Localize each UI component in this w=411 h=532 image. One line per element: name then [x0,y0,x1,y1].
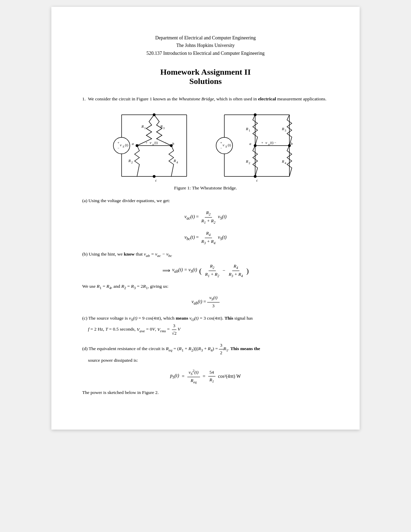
eq-vab-simplified: vab(t) = vS(t) 3 [82,294,329,310]
svg-text:(t): (t) [228,143,231,147]
svg-text:R: R [282,159,284,163]
svg-text:v: v [265,140,267,145]
svg-text:R: R [246,127,248,131]
eq-power: pS(t) = vS2(t) Req = 54 R1 cos²(4πt) W [82,368,329,385]
svg-text:2: 2 [131,161,133,164]
svg-text:+: + [220,141,222,145]
R4-left [169,146,174,176]
svg-text:b: b [172,141,174,146]
svg-text:(t): (t) [125,143,128,147]
svg-text:v: v [150,140,151,145]
eq-vbc-full: vbc(t) = R4 R3 + R4 vS(t) [82,230,329,246]
svg-text:3: 3 [285,129,286,132]
svg-text:S: S [123,145,124,148]
svg-text:(t): (t) [154,141,158,145]
svg-text:R: R [160,124,163,128]
svg-text:b: b [291,141,293,146]
figure2-ref: The power is sketched below in Figure 2. [82,390,329,395]
header-line1: Department of Electrical and Computer En… [82,34,329,42]
svg-text:S: S [225,145,227,148]
problem-1: 1. We consider the circuit in Figure 1 k… [82,96,329,395]
svg-text:v: v [223,143,224,147]
svg-point-14 [153,175,155,178]
svg-text:+: + [261,141,263,145]
eq-vac-full: vac(t) = R2 R1 + R2 vS(t) [82,209,329,225]
svg-text:−: − [117,146,119,150]
eq-vab: ⟹ vab(t) = vS(t) ( R2 R1 + R2 − R4 R3 + … [82,263,329,279]
svg-text:4: 4 [176,161,178,164]
svg-text:a: a [249,141,251,146]
svg-text:+: + [117,141,120,145]
svg-text:(t) −: (t) − [270,141,276,145]
svg-text:o: o [268,143,270,146]
svg-text:2: 2 [249,161,250,165]
part-a: (a) Using the voltage divider equations,… [82,197,329,246]
svg-text:1: 1 [144,126,146,130]
svg-text:c: c [155,178,157,182]
svg-text:R: R [141,124,144,128]
circuit-right: + − v S (t) [214,108,300,183]
header: Department of Electrical and Computer En… [82,34,329,57]
part-b: (b) Using the hint, we know that vab = v… [82,250,329,309]
title-line1: Homework Assignment II Solutions [82,67,329,86]
svg-text:+: + [146,141,148,145]
svg-text:3: 3 [163,126,165,130]
part-d: (d) The equivalent resistance of the cir… [82,342,329,385]
page: Department of Electrical and Computer En… [51,7,360,430]
header-line2: The Johns Hopkins University [82,42,329,49]
svg-text:R: R [246,159,248,163]
svg-text:a: a [132,141,134,146]
svg-text:R: R [128,159,131,163]
part-c: (c) The source voltage is vS(t) = 9 cos(… [82,314,329,337]
R2-left [135,146,139,176]
svg-text:o: o [152,143,154,146]
header-line3: 520.137 Introduction to Electrical and C… [82,50,329,57]
svg-text:c: c [256,178,258,182]
problem1-intro: 1. We consider the circuit in Figure 1 k… [82,96,329,102]
svg-text:v: v [120,143,122,147]
svg-text:−: − [220,146,222,150]
svg-text:R: R [282,127,284,131]
circuit-left: + − v S (t) [111,108,197,183]
svg-text:R: R [173,159,176,163]
svg-text:1: 1 [249,129,250,132]
svg-text:4: 4 [285,161,286,165]
svg-text:−: − [164,141,166,145]
main-title: Homework Assignment II Solutions [82,67,329,86]
figure-caption: Figure 1: The Wheatstone Bridge. [82,185,329,191]
